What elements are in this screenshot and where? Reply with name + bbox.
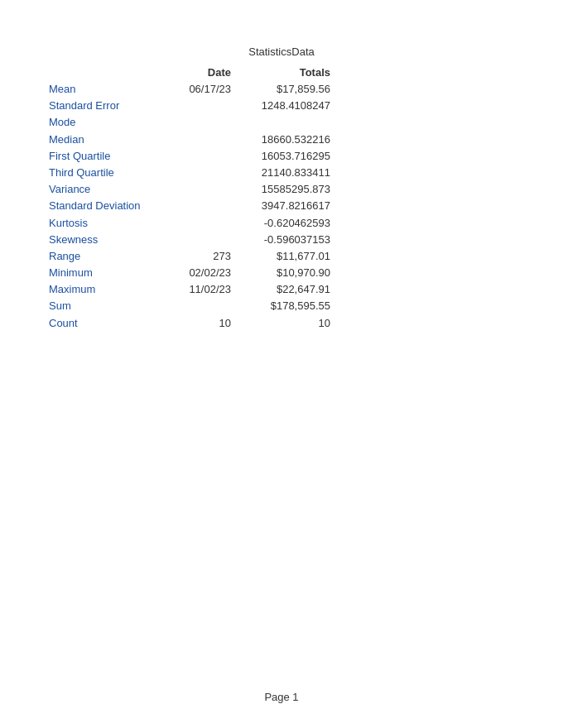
row-date: 06/17/23 — [165, 82, 231, 97]
row-value: $10,970.90 — [231, 266, 330, 280]
row-value: $22,647.91 — [231, 282, 330, 297]
row-date: 273 — [165, 249, 231, 264]
table-row: Third Quartile21140.833411 — [49, 165, 563, 180]
row-value: 10 — [231, 316, 330, 331]
row-label: Mean — [49, 82, 165, 97]
table-row: Mode — [49, 115, 563, 130]
row-value: 3947.8216617 — [231, 199, 330, 213]
row-date — [165, 232, 231, 247]
table-row: Standard Error1248.4108247 — [49, 98, 563, 113]
table-row: Median18660.532216 — [49, 132, 563, 147]
row-date — [165, 182, 231, 197]
table-row: Kurtosis-0.620462593 — [49, 216, 563, 231]
row-date: 02/02/23 — [165, 266, 231, 280]
page-footer: Page 1 — [0, 691, 563, 703]
row-value: $178,595.55 — [231, 299, 330, 314]
table-row: Variance15585295.873 — [49, 182, 563, 197]
header-label-col — [49, 66, 165, 79]
table-row: Maximum11/02/23$22,647.91 — [49, 282, 563, 297]
table-header-row: Date Totals — [49, 66, 563, 79]
row-label: Mode — [49, 115, 165, 130]
row-label: Variance — [49, 182, 165, 197]
table-row: Standard Deviation3947.8216617 — [49, 199, 563, 213]
row-date — [165, 165, 231, 180]
row-value: 1248.4108247 — [231, 98, 330, 113]
header-date-col: Date — [165, 66, 231, 79]
row-value: $17,859.56 — [231, 82, 330, 97]
page-title: StatisticsData — [0, 46, 563, 58]
row-label: Sum — [49, 299, 165, 314]
row-date — [165, 299, 231, 314]
table-row: Range273$11,677.01 — [49, 249, 563, 264]
table-row: Mean06/17/23$17,859.56 — [49, 82, 563, 97]
row-value: $11,677.01 — [231, 249, 330, 264]
row-label: Standard Error — [49, 98, 165, 113]
row-date — [165, 115, 231, 130]
row-label: Range — [49, 249, 165, 264]
row-label: Third Quartile — [49, 165, 165, 180]
table-row: Minimum02/02/23$10,970.90 — [49, 266, 563, 280]
row-date — [165, 199, 231, 213]
table-body: Mean06/17/23$17,859.56Standard Error1248… — [49, 82, 563, 331]
row-label: Skewness — [49, 232, 165, 247]
row-value: -0.596037153 — [231, 232, 330, 247]
row-value — [231, 115, 330, 130]
header-totals-col: Totals — [231, 66, 330, 79]
row-value: 15585295.873 — [231, 182, 330, 197]
row-date — [165, 216, 231, 231]
row-label: Maximum — [49, 282, 165, 297]
row-value: 16053.716295 — [231, 149, 330, 164]
row-label: Count — [49, 316, 165, 331]
row-label: First Quartile — [49, 149, 165, 164]
row-date — [165, 98, 231, 113]
row-label: Standard Deviation — [49, 199, 165, 213]
row-date: 11/02/23 — [165, 282, 231, 297]
table-row: Sum$178,595.55 — [49, 299, 563, 314]
row-date: 10 — [165, 316, 231, 331]
table-row: Count1010 — [49, 316, 563, 331]
table-row: First Quartile16053.716295 — [49, 149, 563, 164]
row-value: 18660.532216 — [231, 132, 330, 147]
stats-table: Date Totals Mean06/17/23$17,859.56Standa… — [49, 66, 563, 331]
row-value: 21140.833411 — [231, 165, 330, 180]
row-label: Minimum — [49, 266, 165, 280]
row-label: Kurtosis — [49, 216, 165, 231]
row-label: Median — [49, 132, 165, 147]
row-date — [165, 149, 231, 164]
row-date — [165, 132, 231, 147]
table-row: Skewness-0.596037153 — [49, 232, 563, 247]
row-value: -0.620462593 — [231, 216, 330, 231]
